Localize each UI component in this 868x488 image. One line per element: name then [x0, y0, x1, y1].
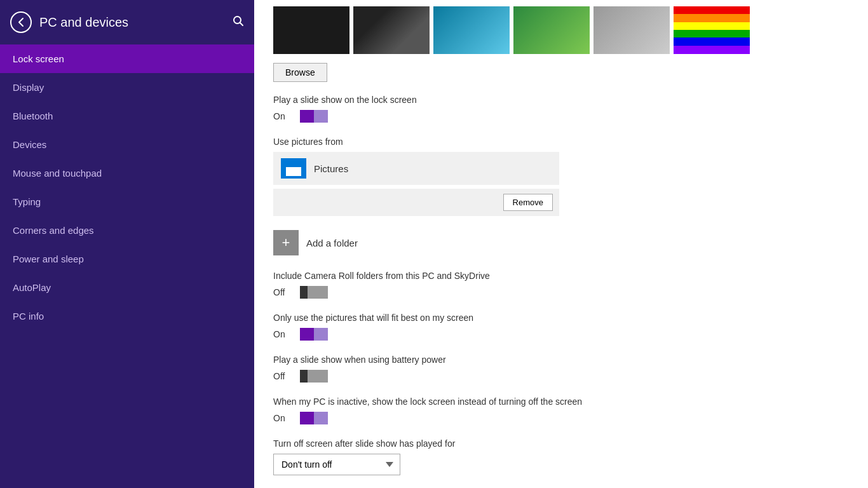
slideshow-label: Play a slide show on the lock screen: [273, 95, 849, 105]
remove-area: Remove: [273, 189, 559, 216]
wallpaper-strip: [273, 6, 849, 54]
wallpaper-thumb-1[interactable]: [273, 6, 349, 54]
sidebar-header: PC and devices: [0, 0, 254, 44]
slideshow-toggle[interactable]: [300, 110, 328, 123]
sidebar: PC and devices Lock screen Display Bluet…: [0, 0, 254, 488]
sidebar-item-typing[interactable]: Typing: [0, 187, 254, 216]
sidebar-item-pc-info[interactable]: PC info: [0, 302, 254, 330]
inactive-lock-label: When my PC is inactive, show the lock sc…: [273, 396, 849, 407]
main-content: Browse Play a slide show on the lock scr…: [254, 0, 868, 488]
pictures-folder-box: Pictures: [273, 152, 559, 185]
use-pictures-label: Use pictures from: [273, 137, 849, 147]
camera-roll-toggle-row: Off: [273, 286, 849, 299]
sidebar-item-display[interactable]: Display: [0, 73, 254, 102]
search-icon[interactable]: [233, 15, 244, 30]
sidebar-item-autoplay[interactable]: AutoPlay: [0, 273, 254, 302]
camera-roll-state: Off: [273, 287, 292, 297]
back-button[interactable]: [10, 11, 32, 33]
sidebar-item-corners-edges[interactable]: Corners and edges: [0, 216, 254, 245]
inactive-lock-toggle[interactable]: [300, 412, 328, 424]
fit-pictures-label: Only use the pictures that will fit best…: [273, 313, 849, 323]
nav-list: Lock screen Display Bluetooth Devices Mo…: [0, 44, 254, 330]
sidebar-item-mouse-touchpad[interactable]: Mouse and touchpad: [0, 159, 254, 187]
pictures-folder-name: Pictures: [314, 163, 348, 174]
slideshow-section: Play a slide show on the lock screen On: [273, 95, 849, 123]
fit-pictures-toggle-row: On: [273, 328, 849, 341]
fit-pictures-section: Only use the pictures that will fit best…: [273, 313, 849, 341]
turn-off-label: Turn off screen after slide show has pla…: [273, 438, 849, 449]
battery-slideshow-toggle[interactable]: [300, 370, 328, 383]
wallpaper-thumb-5[interactable]: [593, 6, 670, 54]
use-pictures-section: Use pictures from Pictures Remove: [273, 137, 849, 216]
turn-off-section: Turn off screen after slide show has pla…: [273, 438, 849, 475]
camera-roll-toggle[interactable]: [300, 286, 328, 299]
fit-pictures-state: On: [273, 329, 292, 339]
slideshow-toggle-row: On: [273, 110, 849, 123]
browse-button[interactable]: Browse: [273, 63, 327, 82]
battery-slideshow-label: Play a slide show when using battery pow…: [273, 355, 849, 365]
camera-roll-label: Include Camera Roll folders from this PC…: [273, 271, 849, 281]
wallpaper-thumb-4[interactable]: [513, 6, 590, 54]
battery-slideshow-section: Play a slide show when using battery pow…: [273, 355, 849, 383]
wallpaper-thumb-2[interactable]: [353, 6, 430, 54]
turn-off-dropdown[interactable]: Don't turn off 1 minute 5 minutes 15 min…: [273, 454, 400, 475]
camera-roll-section: Include Camera Roll folders from this PC…: [273, 271, 849, 299]
inactive-lock-state: On: [273, 413, 292, 423]
fit-pictures-toggle[interactable]: [300, 328, 328, 341]
battery-slideshow-state: Off: [273, 371, 292, 381]
slideshow-state: On: [273, 111, 292, 121]
add-folder-row[interactable]: + Add a folder: [273, 230, 849, 255]
sidebar-title: PC and devices: [39, 15, 225, 30]
sidebar-item-bluetooth[interactable]: Bluetooth: [0, 102, 254, 130]
wallpaper-thumb-6[interactable]: [674, 6, 750, 54]
battery-slideshow-toggle-row: Off: [273, 370, 849, 383]
inactive-lock-section: When my PC is inactive, show the lock sc…: [273, 396, 849, 424]
add-folder-icon: +: [273, 230, 299, 255]
inactive-lock-toggle-row: On: [273, 412, 849, 424]
remove-button[interactable]: Remove: [503, 194, 553, 211]
add-folder-label: Add a folder: [306, 238, 358, 248]
sidebar-item-lock-screen[interactable]: Lock screen: [0, 44, 254, 73]
wallpaper-thumb-3[interactable]: [433, 6, 510, 54]
pictures-folder-icon: [281, 158, 306, 179]
svg-line-1: [240, 22, 243, 25]
sidebar-item-power-sleep[interactable]: Power and sleep: [0, 245, 254, 273]
sidebar-item-devices[interactable]: Devices: [0, 130, 254, 159]
